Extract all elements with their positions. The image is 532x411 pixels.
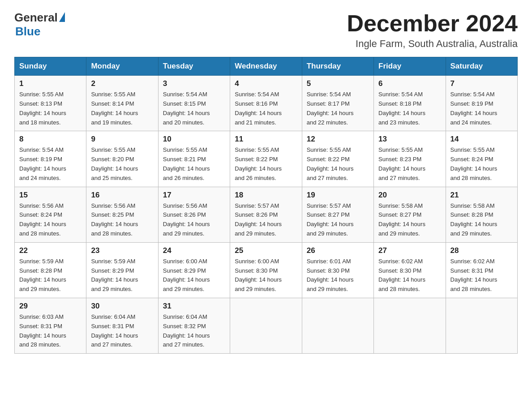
month-title: December 2024: [347, 11, 518, 36]
calendar-day-cell: [446, 298, 517, 353]
calendar-week-row: 1Sunrise: 5:55 AMSunset: 8:13 PMDaylight…: [15, 76, 518, 131]
calendar-day-cell: 14Sunrise: 5:55 AMSunset: 8:24 PMDayligh…: [446, 131, 517, 187]
day-number: 20: [378, 191, 441, 200]
day-number: 7: [450, 79, 513, 88]
day-info: Sunrise: 6:03 AMSunset: 8:31 PMDaylight:…: [19, 313, 82, 350]
day-number: 18: [235, 191, 297, 200]
calendar-day-cell: 18Sunrise: 5:57 AMSunset: 8:26 PMDayligh…: [230, 187, 302, 242]
day-info: Sunrise: 5:55 AMSunset: 8:23 PMDaylight:…: [378, 146, 441, 183]
day-number: 2: [91, 79, 153, 88]
calendar-day-cell: 12Sunrise: 5:55 AMSunset: 8:22 PMDayligh…: [302, 131, 373, 187]
day-info: Sunrise: 5:58 AMSunset: 8:27 PMDaylight:…: [378, 201, 441, 239]
calendar-table: SundayMondayTuesdayWednesdayThursdayFrid…: [14, 57, 518, 354]
calendar-day-cell: 17Sunrise: 5:56 AMSunset: 8:26 PMDayligh…: [158, 187, 230, 242]
calendar-day-cell: 26Sunrise: 6:01 AMSunset: 8:30 PMDayligh…: [302, 242, 373, 298]
calendar-week-row: 15Sunrise: 5:56 AMSunset: 8:24 PMDayligh…: [15, 187, 518, 242]
weekday-header-thursday: Thursday: [302, 57, 373, 76]
day-number: 16: [91, 191, 153, 200]
day-number: 19: [307, 191, 369, 200]
calendar-day-cell: [230, 298, 302, 353]
day-info: Sunrise: 6:00 AMSunset: 8:29 PMDaylight:…: [163, 257, 225, 294]
day-info: Sunrise: 5:54 AMSunset: 8:19 PMDaylight:…: [450, 90, 513, 127]
calendar-day-cell: 24Sunrise: 6:00 AMSunset: 8:29 PMDayligh…: [158, 242, 230, 298]
day-number: 29: [19, 302, 82, 311]
day-number: 24: [163, 246, 225, 255]
day-info: Sunrise: 5:57 AMSunset: 8:27 PMDaylight:…: [307, 201, 369, 239]
day-number: 25: [235, 246, 297, 255]
calendar-day-cell: 20Sunrise: 5:58 AMSunset: 8:27 PMDayligh…: [374, 187, 446, 242]
calendar-day-cell: 28Sunrise: 6:02 AMSunset: 8:31 PMDayligh…: [446, 242, 517, 298]
weekday-header-monday: Monday: [86, 57, 158, 76]
calendar-day-cell: 4Sunrise: 5:54 AMSunset: 8:16 PMDaylight…: [230, 76, 302, 131]
day-info: Sunrise: 5:54 AMSunset: 8:15 PMDaylight:…: [163, 90, 225, 127]
day-number: 13: [378, 135, 441, 144]
calendar-day-cell: 30Sunrise: 6:04 AMSunset: 8:31 PMDayligh…: [86, 298, 158, 353]
day-number: 21: [450, 191, 513, 200]
weekday-header-wednesday: Wednesday: [230, 57, 302, 76]
calendar-day-cell: 29Sunrise: 6:03 AMSunset: 8:31 PMDayligh…: [15, 298, 86, 353]
day-number: 4: [235, 79, 297, 88]
day-number: 22: [19, 246, 82, 255]
calendar-week-row: 29Sunrise: 6:03 AMSunset: 8:31 PMDayligh…: [15, 298, 518, 353]
day-number: 12: [307, 135, 369, 144]
weekday-header-row: SundayMondayTuesdayWednesdayThursdayFrid…: [15, 57, 518, 76]
calendar-day-cell: 13Sunrise: 5:55 AMSunset: 8:23 PMDayligh…: [374, 131, 446, 187]
day-number: 14: [450, 135, 513, 144]
day-number: 15: [19, 191, 82, 200]
day-number: 11: [235, 135, 297, 144]
day-number: 3: [163, 79, 225, 88]
calendar-day-cell: 3Sunrise: 5:54 AMSunset: 8:15 PMDaylight…: [158, 76, 230, 131]
day-info: Sunrise: 5:55 AMSunset: 8:22 PMDaylight:…: [235, 146, 297, 183]
location-title: Ingle Farm, South Australia, Australia: [347, 38, 518, 50]
logo: General Blue: [14, 11, 65, 39]
day-info: Sunrise: 5:54 AMSunset: 8:19 PMDaylight:…: [19, 146, 82, 183]
day-number: 17: [163, 191, 225, 200]
day-info: Sunrise: 5:56 AMSunset: 8:25 PMDaylight:…: [91, 201, 153, 239]
day-info: Sunrise: 5:56 AMSunset: 8:26 PMDaylight:…: [163, 201, 225, 239]
day-number: 5: [307, 79, 369, 88]
day-number: 27: [378, 246, 441, 255]
day-info: Sunrise: 5:55 AMSunset: 8:21 PMDaylight:…: [163, 146, 225, 183]
calendar-day-cell: 25Sunrise: 6:00 AMSunset: 8:30 PMDayligh…: [230, 242, 302, 298]
day-info: Sunrise: 6:02 AMSunset: 8:31 PMDaylight:…: [450, 257, 513, 294]
day-info: Sunrise: 6:01 AMSunset: 8:30 PMDaylight:…: [307, 257, 369, 294]
page-header: General Blue December 2024 Ingle Farm, S…: [14, 11, 518, 50]
day-number: 23: [91, 246, 153, 255]
title-block: December 2024 Ingle Farm, South Australi…: [347, 11, 518, 50]
calendar-day-cell: 22Sunrise: 5:59 AMSunset: 8:28 PMDayligh…: [15, 242, 86, 298]
day-info: Sunrise: 6:00 AMSunset: 8:30 PMDaylight:…: [235, 257, 297, 294]
day-info: Sunrise: 6:02 AMSunset: 8:30 PMDaylight:…: [378, 257, 441, 294]
day-info: Sunrise: 5:56 AMSunset: 8:24 PMDaylight:…: [19, 201, 82, 239]
calendar-day-cell: 11Sunrise: 5:55 AMSunset: 8:22 PMDayligh…: [230, 131, 302, 187]
calendar-day-cell: 6Sunrise: 5:54 AMSunset: 8:18 PMDaylight…: [374, 76, 446, 131]
calendar-day-cell: 16Sunrise: 5:56 AMSunset: 8:25 PMDayligh…: [86, 187, 158, 242]
day-number: 10: [163, 135, 225, 144]
day-info: Sunrise: 6:04 AMSunset: 8:31 PMDaylight:…: [91, 313, 153, 350]
weekday-header-sunday: Sunday: [15, 57, 86, 76]
calendar-day-cell: 5Sunrise: 5:54 AMSunset: 8:17 PMDaylight…: [302, 76, 373, 131]
calendar-day-cell: 8Sunrise: 5:54 AMSunset: 8:19 PMDaylight…: [15, 131, 86, 187]
day-info: Sunrise: 5:58 AMSunset: 8:28 PMDaylight:…: [450, 201, 513, 239]
day-info: Sunrise: 5:55 AMSunset: 8:20 PMDaylight:…: [91, 146, 153, 183]
day-number: 31: [163, 302, 225, 311]
logo-general-text: General: [14, 11, 58, 25]
day-info: Sunrise: 5:55 AMSunset: 8:13 PMDaylight:…: [19, 90, 82, 127]
day-info: Sunrise: 5:59 AMSunset: 8:28 PMDaylight:…: [19, 257, 82, 294]
calendar-day-cell: 19Sunrise: 5:57 AMSunset: 8:27 PMDayligh…: [302, 187, 373, 242]
calendar-day-cell: 2Sunrise: 5:55 AMSunset: 8:14 PMDaylight…: [86, 76, 158, 131]
day-number: 8: [19, 135, 82, 144]
calendar-day-cell: 9Sunrise: 5:55 AMSunset: 8:20 PMDaylight…: [86, 131, 158, 187]
calendar-day-cell: 1Sunrise: 5:55 AMSunset: 8:13 PMDaylight…: [15, 76, 86, 131]
weekday-header-tuesday: Tuesday: [158, 57, 230, 76]
calendar-day-cell: 31Sunrise: 6:04 AMSunset: 8:32 PMDayligh…: [158, 298, 230, 353]
day-info: Sunrise: 5:54 AMSunset: 8:17 PMDaylight:…: [307, 90, 369, 127]
day-info: Sunrise: 5:57 AMSunset: 8:26 PMDaylight:…: [235, 201, 297, 239]
day-info: Sunrise: 5:55 AMSunset: 8:22 PMDaylight:…: [307, 146, 369, 183]
day-info: Sunrise: 5:59 AMSunset: 8:29 PMDaylight:…: [91, 257, 153, 294]
logo-blue-text: Blue: [15, 25, 40, 39]
day-info: Sunrise: 5:55 AMSunset: 8:24 PMDaylight:…: [450, 146, 513, 183]
day-info: Sunrise: 5:54 AMSunset: 8:16 PMDaylight:…: [235, 90, 297, 127]
calendar-day-cell: 7Sunrise: 5:54 AMSunset: 8:19 PMDaylight…: [446, 76, 517, 131]
day-number: 30: [91, 302, 153, 311]
day-info: Sunrise: 6:04 AMSunset: 8:32 PMDaylight:…: [163, 313, 225, 350]
